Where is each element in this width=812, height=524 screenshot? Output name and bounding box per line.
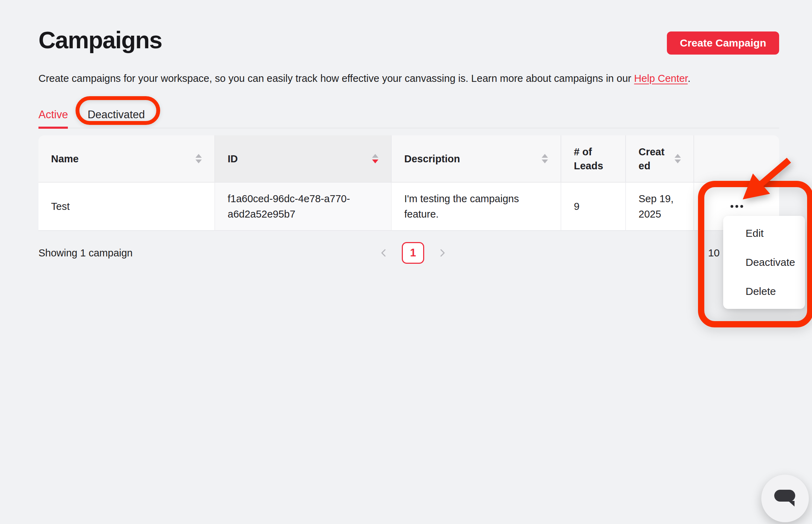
page-number-button[interactable]: 1 — [402, 242, 424, 264]
cell-name: Test — [38, 183, 215, 230]
column-label: ID — [228, 152, 238, 166]
chevron-right-icon — [437, 248, 447, 258]
chevron-left-icon — [379, 248, 389, 258]
column-header-id[interactable]: ID — [215, 135, 392, 182]
header-bar: Campaigns Create Campaign — [38, 0, 779, 55]
page-size-value[interactable]: 10 — [708, 247, 720, 259]
column-header-actions — [694, 135, 779, 182]
tab-deactivated-label: Deactivated — [87, 108, 145, 121]
create-campaign-button[interactable]: Create Campaign — [667, 31, 779, 55]
ellipsis-icon — [735, 205, 738, 208]
menu-item-deactivate[interactable]: Deactivate — [723, 248, 805, 277]
campaigns-table: Name ID Description # of Leads Created T… — [38, 135, 779, 231]
cell-created: Sep 19, 2025 — [626, 183, 694, 230]
column-header-name[interactable]: Name — [38, 135, 215, 182]
menu-item-edit[interactable]: Edit — [723, 219, 805, 248]
tab-deactivated[interactable]: Deactivated — [87, 109, 145, 128]
column-header-created[interactable]: Created — [626, 135, 694, 182]
tab-active[interactable]: Active — [38, 109, 68, 128]
column-label: Name — [51, 152, 79, 166]
pagination: 1 — [379, 242, 447, 264]
row-context-menu: Edit Deactivate Delete — [723, 216, 805, 309]
column-header-description[interactable]: Description — [392, 135, 561, 182]
results-summary: Showing 1 campaign — [38, 247, 133, 259]
chat-launcher-button[interactable] — [761, 475, 809, 522]
description-period: . — [688, 73, 690, 84]
column-label: Created — [639, 145, 668, 173]
ellipsis-icon — [731, 205, 733, 208]
tab-active-label: Active — [38, 108, 68, 121]
sort-arrows-icon — [542, 154, 548, 163]
menu-item-delete[interactable]: Delete — [723, 277, 805, 306]
table-row: Test f1a60ced-96dc-4e78-a770-a6d2a52e95b… — [38, 182, 779, 231]
prev-page-button[interactable] — [379, 248, 389, 258]
column-label: Description — [404, 152, 460, 166]
description-text: Create campaigns for your workspace, so … — [38, 73, 634, 84]
table-footer: Showing 1 campaign 1 10 — [38, 241, 779, 264]
row-actions-button[interactable] — [726, 200, 748, 213]
page-title: Campaigns — [38, 28, 162, 52]
sort-arrows-icon — [195, 154, 202, 163]
cell-id: f1a60ced-96dc-4e78-a770-a6d2a52e95b7 — [215, 183, 392, 230]
table-header-row: Name ID Description # of Leads Created — [38, 135, 779, 182]
chat-bubble-icon — [774, 489, 797, 508]
cell-leads: 9 — [561, 183, 626, 230]
ellipsis-icon — [740, 205, 743, 208]
tab-bar: Active Deactivated — [38, 109, 779, 128]
next-page-button[interactable] — [437, 248, 447, 258]
page-description: Create campaigns for your workspace, so … — [38, 73, 779, 84]
sort-arrows-icon-desc — [372, 154, 378, 163]
column-header-leads: # of Leads — [561, 135, 626, 182]
column-label: # of Leads — [574, 145, 613, 173]
sort-arrows-icon — [675, 154, 681, 163]
page-container: Campaigns Create Campaign Create campaig… — [38, 0, 779, 264]
help-center-link[interactable]: Help Center — [634, 73, 688, 84]
cell-description: I'm testing the campaigns feature. — [392, 183, 561, 230]
